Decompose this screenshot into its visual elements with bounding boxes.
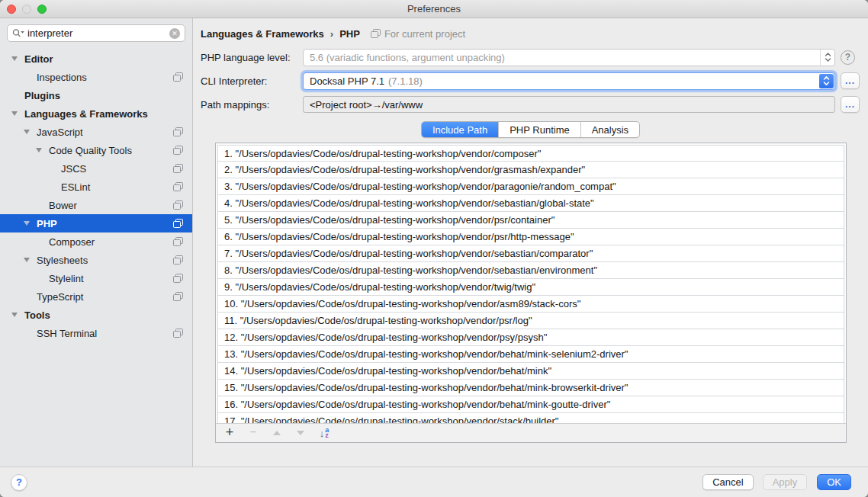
add-path-button[interactable]: + (224, 425, 235, 441)
sidebar-item-php[interactable]: PHP (0, 214, 192, 232)
sidebar-item-composer[interactable]: Composer (0, 232, 192, 251)
include-path-panel: 1. "/Users/opdavies/Code/os/drupal-testi… (215, 143, 847, 443)
remove-path-button[interactable]: − (248, 425, 259, 439)
clear-search-icon[interactable]: ✕ (169, 28, 180, 39)
sidebar-item-label: PHP (37, 218, 57, 229)
expand-toggle[interactable] (17, 331, 37, 335)
sidebar-item-jscs[interactable]: JSCS (0, 159, 192, 178)
include-path-row[interactable]: 11. "/Users/opdavies/Code/os/drupal-test… (217, 313, 844, 329)
per-project-icon (173, 164, 183, 173)
expand-toggle[interactable] (29, 148, 49, 152)
expand-toggle[interactable] (29, 203, 49, 207)
cli-interpreter-value: Docksal PHP 7.1(7.1.18) (304, 75, 818, 87)
settings-sidebar: ✕ Editor Inspections Plugins (0, 18, 193, 467)
apply-button[interactable]: Apply (763, 474, 808, 490)
sidebar-item-ssh-terminal[interactable]: SSH Terminal (0, 324, 192, 342)
include-path-row[interactable]: 16. "/Users/opdavies/Code/os/drupal-test… (217, 396, 844, 413)
include-path-row[interactable]: 4. "/Users/opdavies/Code/os/drupal-testi… (217, 195, 844, 212)
expand-toggle[interactable] (41, 184, 61, 189)
per-project-icon (173, 292, 183, 301)
include-path-row[interactable]: 3. "/Users/opdavies/Code/os/drupal-testi… (217, 178, 844, 195)
per-project-icon (173, 237, 183, 246)
sidebar-item-stylesheets[interactable]: Stylesheets (0, 251, 192, 269)
settings-tree: Editor Inspections Plugins (0, 50, 192, 467)
include-path-value: 3. "/Users/opdavies/Code/os/drupal-testi… (224, 181, 616, 192)
sidebar-item-editor[interactable]: Editor (0, 50, 192, 68)
cancel-button[interactable]: Cancel (702, 474, 753, 490)
scope-note-label: For current project (384, 28, 465, 40)
tab-include-path[interactable]: Include Path (422, 122, 498, 137)
language-level-help-button[interactable]: ? (841, 50, 855, 65)
include-path-row[interactable]: 5. "/Users/opdavies/Code/os/drupal-testi… (217, 212, 844, 229)
expand-toggle[interactable] (17, 258, 37, 262)
include-path-row[interactable]: 7. "/Users/opdavies/Code/os/drupal-testi… (217, 245, 844, 262)
cli-interpreter-version: (7.1.18) (388, 75, 423, 87)
expand-toggle[interactable] (17, 75, 37, 79)
include-path-row[interactable]: 8. "/Users/opdavies/Code/os/drupal-testi… (217, 262, 844, 279)
path-mappings-label: Path mappings: (201, 99, 303, 111)
per-project-icon (173, 219, 183, 228)
expand-toggle[interactable] (41, 166, 61, 171)
path-mappings-browse-button[interactable]: ... (841, 96, 860, 113)
include-path-row[interactable]: 2. "/Users/opdavies/Code/os/drupal-testi… (217, 162, 844, 178)
expand-toggle[interactable] (29, 239, 49, 244)
sidebar-item-inspections[interactable]: Inspections (0, 68, 192, 86)
breadcrumb-separator-icon: › (330, 28, 333, 40)
include-path-row[interactable]: 13. "/Users/opdavies/Code/os/drupal-test… (217, 346, 844, 363)
include-path-value: 1. "/Users/opdavies/Code/os/drupal-testi… (224, 148, 541, 159)
ok-button[interactable]: OK (817, 474, 851, 490)
sidebar-item-bower[interactable]: Bower (0, 196, 192, 214)
search-icon (12, 28, 25, 38)
expand-toggle[interactable] (5, 93, 24, 98)
tab-analysis[interactable]: Analysis (580, 122, 639, 137)
include-path-row[interactable]: 10. "/Users/opdavies/Code/os/drupal-test… (217, 296, 844, 313)
path-mappings-field[interactable]: <Project root>→/var/www (303, 96, 835, 113)
sidebar-item-code-quality-tools[interactable]: Code Quality Tools (0, 141, 192, 159)
include-path-value: 12. "/Users/opdavies/Code/os/drupal-test… (224, 332, 547, 343)
sidebar-item-typescript[interactable]: TypeScript (0, 287, 192, 306)
tab-php-runtime[interactable]: PHP Runtime (498, 122, 580, 137)
php-settings-panel: Languages & Frameworks › PHP For current… (193, 18, 868, 467)
minimize-window-button[interactable] (22, 5, 31, 14)
sidebar-item-languages-frameworks[interactable]: Languages & Frameworks (0, 104, 192, 123)
sidebar-item-plugins[interactable]: Plugins (0, 86, 192, 104)
chevron-up-down-icon (819, 74, 834, 88)
expand-toggle[interactable] (17, 130, 37, 134)
move-down-button[interactable] (295, 431, 306, 435)
zoom-window-button[interactable] (37, 5, 47, 14)
settings-search-field[interactable]: ✕ (7, 24, 185, 42)
close-window-button[interactable] (7, 5, 16, 14)
include-path-row[interactable]: 6. "/Users/opdavies/Code/os/drupal-testi… (217, 229, 844, 245)
per-project-icon (173, 274, 183, 283)
include-path-row[interactable]: 14. "/Users/opdavies/Code/os/drupal-test… (217, 363, 844, 380)
sidebar-item-tools[interactable]: Tools (0, 306, 192, 324)
expand-toggle[interactable] (17, 221, 37, 226)
include-path-value: 14. "/Users/opdavies/Code/os/drupal-test… (224, 365, 551, 377)
sidebar-item-label: ESLint (61, 181, 90, 193)
sidebar-item-stylelint[interactable]: Stylelint (0, 269, 192, 287)
expand-toggle[interactable] (17, 294, 37, 299)
move-up-button[interactable] (272, 431, 282, 435)
expand-toggle[interactable] (5, 111, 24, 116)
sidebar-item-javascript[interactable]: JavaScript (0, 123, 192, 141)
include-path-row[interactable]: 12. "/Users/opdavies/Code/os/drupal-test… (217, 329, 844, 346)
sort-alphabetically-button[interactable]: ↓ a z (319, 428, 330, 439)
sidebar-item-label: Stylelint (49, 273, 84, 284)
include-path-row[interactable]: 9. "/Users/opdavies/Code/os/drupal-testi… (217, 279, 844, 296)
expand-toggle[interactable] (5, 313, 24, 317)
help-button[interactable]: ? (11, 474, 27, 491)
search-input[interactable] (25, 27, 169, 39)
chevron-expanded-icon (24, 258, 30, 262)
window-title: Preferences (407, 3, 461, 14)
include-path-row[interactable]: 15. "/Users/opdavies/Code/os/drupal-test… (217, 380, 844, 396)
sidebar-item-eslint[interactable]: ESLint (0, 178, 192, 196)
expand-toggle[interactable] (5, 56, 24, 61)
cli-interpreter-select[interactable]: Docksal PHP 7.1(7.1.18) (303, 72, 835, 90)
expand-toggle[interactable] (29, 276, 49, 281)
include-path-row[interactable]: 17. "/Users/opdavies/Code/os/drupal-test… (217, 413, 844, 423)
include-path-row[interactable]: 1. "/Users/opdavies/Code/os/drupal-testi… (217, 145, 844, 162)
cli-interpreter-browse-button[interactable]: ... (841, 72, 860, 89)
language-level-row: PHP language level: 5.6 (variadic functi… (201, 48, 860, 66)
sidebar-item-label: JSCS (61, 163, 86, 175)
language-level-select[interactable]: 5.6 (variadic functions, argument unpack… (303, 49, 835, 66)
